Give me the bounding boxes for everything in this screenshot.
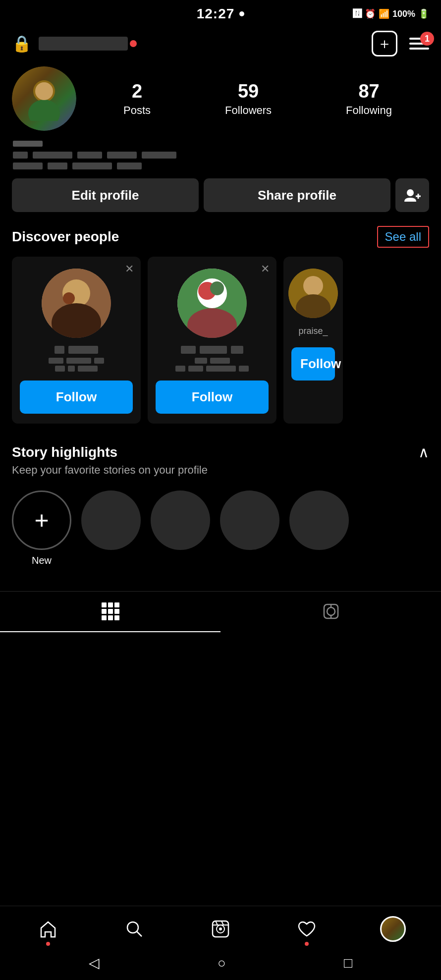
battery-icon: 🔋 — [418, 8, 429, 19]
bio-block — [13, 152, 28, 159]
search-icon — [124, 919, 144, 939]
highlight-circle-1 — [81, 490, 141, 550]
avatar-image — [12, 66, 76, 131]
status-bar: 12:27 🅽 ⏰ 📶 100% 🔋 — [0, 0, 441, 26]
top-nav-right: ＋ 1 — [372, 31, 429, 56]
card-sub-1 — [49, 358, 104, 364]
bio-block — [72, 163, 112, 169]
close-card-1-button[interactable]: ✕ — [125, 263, 134, 275]
close-card-2-button[interactable]: ✕ — [261, 263, 270, 275]
discover-header: Discover people See all — [12, 226, 429, 248]
card-avatar-2[interactable] — [177, 269, 247, 338]
signal-icon: 📶 — [379, 8, 389, 19]
card-username-3: praise_ — [298, 326, 328, 336]
back-button[interactable]: ◁ — [89, 955, 100, 971]
card-avatar-image-3 — [288, 269, 338, 318]
person-card-2: ✕ — [148, 257, 276, 424]
status-time: 12:27 — [197, 6, 235, 22]
see-all-button[interactable]: See all — [377, 226, 429, 248]
svg-point-14 — [210, 281, 224, 295]
add-user-button[interactable] — [395, 178, 429, 212]
highlight-item-4[interactable] — [289, 490, 349, 566]
share-profile-button[interactable]: Share profile — [204, 178, 390, 212]
card-sub-1b — [55, 366, 98, 372]
highlights-title: Story highlights — [12, 444, 117, 460]
profile-stats-row: 2 Posts 59 Followers 87 Following — [12, 66, 429, 131]
bottom-spacer — [0, 632, 441, 731]
highlights-circles: + New — [12, 490, 429, 566]
card-sub-2 — [195, 358, 230, 364]
bio-block — [142, 152, 176, 159]
card-avatar-image-1 — [42, 269, 111, 338]
card-name-2 — [181, 346, 243, 354]
svg-point-3 — [407, 189, 414, 196]
top-nav: 🔒 ＋ 1 — [0, 26, 441, 61]
home-button[interactable]: ○ — [218, 955, 226, 971]
following-label: Following — [346, 104, 392, 117]
svg-point-9 — [63, 292, 75, 304]
discover-title: Discover people — [12, 229, 119, 245]
card-avatar-image-2 — [177, 269, 247, 338]
card-avatar-3[interactable] — [288, 269, 338, 318]
nav-home[interactable] — [33, 914, 63, 944]
grid-icon — [102, 602, 119, 620]
following-stat[interactable]: 87 Following — [346, 81, 392, 117]
profile-section: 2 Posts 59 Followers 87 Following — [0, 61, 441, 212]
username-placeholder — [39, 37, 128, 51]
posts-stat[interactable]: 2 Posts — [123, 81, 151, 117]
home-icon — [38, 919, 58, 939]
bio-name — [13, 141, 43, 147]
add-post-button[interactable]: ＋ — [372, 31, 397, 56]
follow-button-3[interactable]: Follow — [291, 347, 335, 381]
new-highlight-circle: + — [12, 490, 71, 550]
activity-active-dot — [305, 942, 309, 946]
card-avatar-1[interactable] — [42, 269, 111, 338]
reels-icon — [211, 919, 230, 939]
view-tabs — [0, 591, 441, 632]
nav-profile[interactable] — [378, 914, 408, 944]
people-cards: ✕ — [12, 257, 429, 424]
highlight-item-2[interactable] — [151, 490, 210, 566]
highlights-subtitle: Keep your favorite stories on your profi… — [12, 464, 429, 477]
svg-point-1 — [28, 100, 60, 121]
svg-point-19 — [327, 607, 335, 615]
highlight-circle-3 — [220, 490, 279, 550]
collapse-highlights-button[interactable]: ∧ — [418, 443, 429, 461]
tagged-view-tab[interactable] — [220, 592, 441, 632]
status-dot — [239, 11, 244, 16]
recent-apps-button[interactable]: □ — [344, 955, 352, 971]
nav-items — [0, 906, 441, 949]
edit-profile-button[interactable]: Edit profile — [12, 178, 199, 212]
nav-search[interactable] — [119, 914, 149, 944]
heart-icon — [297, 919, 317, 939]
status-icons: 🅽 ⏰ 📶 100% 🔋 — [353, 8, 429, 19]
bio-block — [13, 163, 43, 169]
plus-icon: ＋ — [377, 34, 392, 54]
followers-stat[interactable]: 59 Followers — [225, 81, 272, 117]
grid-view-tab[interactable] — [0, 592, 220, 632]
svg-point-2 — [35, 82, 53, 100]
highlight-item-3[interactable] — [220, 490, 279, 566]
bio-block — [33, 152, 72, 159]
bio-block — [77, 152, 102, 159]
svg-point-16 — [303, 276, 323, 296]
nav-reels[interactable] — [206, 914, 235, 944]
notification-badge: 1 — [420, 32, 434, 46]
stats-container: 2 Posts 59 Followers 87 Following — [86, 81, 429, 117]
menu-button[interactable]: 1 — [409, 38, 429, 50]
bio-area — [12, 141, 429, 169]
highlight-circle-4 — [289, 490, 349, 550]
card-sub-2b — [175, 366, 249, 372]
new-highlight-button[interactable]: + New — [12, 490, 71, 566]
profile-avatar[interactable] — [12, 66, 76, 131]
bio-block — [48, 163, 67, 169]
new-highlight-label: New — [32, 555, 52, 566]
nfc-icon: 🅽 — [353, 9, 362, 19]
svg-line-23 — [137, 931, 142, 936]
follow-button-2[interactable]: Follow — [156, 381, 269, 414]
followers-label: Followers — [225, 104, 272, 117]
nav-activity[interactable] — [292, 914, 322, 944]
follow-button-1[interactable]: Follow — [20, 381, 133, 414]
profile-nav-avatar — [380, 916, 406, 942]
highlight-item-1[interactable] — [81, 490, 141, 566]
